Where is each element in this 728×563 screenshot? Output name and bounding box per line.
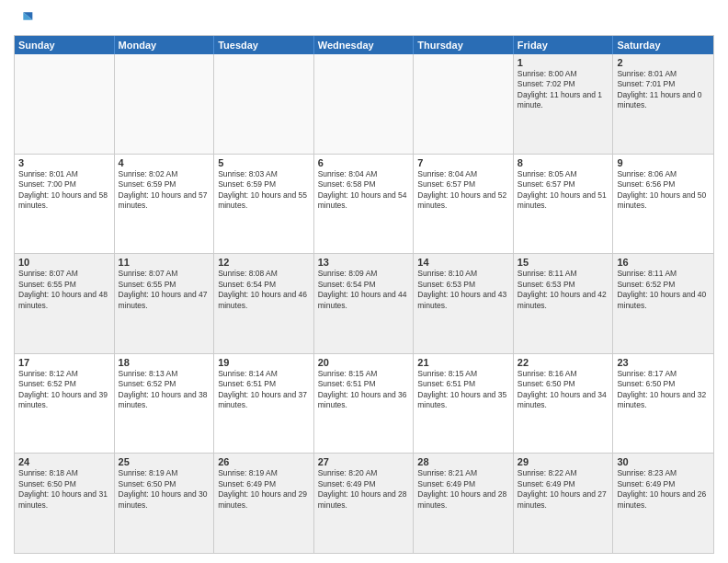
day-number: 20 (318, 357, 410, 368)
calendar-cell (214, 54, 314, 154)
calendar-cell (15, 54, 115, 154)
calendar-cell (414, 54, 514, 154)
calendar-row-4: 24Sunrise: 8:18 AMSunset: 6:50 PMDayligh… (15, 453, 713, 553)
day-number: 10 (18, 257, 110, 268)
calendar-cell: 13Sunrise: 8:09 AMSunset: 6:54 PMDayligh… (314, 254, 415, 353)
calendar-row-1: 3Sunrise: 8:01 AMSunset: 7:00 PMDaylight… (15, 154, 713, 254)
calendar-cell: 21Sunrise: 8:15 AMSunset: 6:51 PMDayligh… (414, 354, 514, 454)
day-info: Sunrise: 8:23 AMSunset: 6:49 PMDaylight:… (617, 468, 710, 511)
day-info: Sunrise: 8:20 AMSunset: 6:49 PMDaylight:… (318, 468, 410, 511)
calendar-cell (115, 54, 215, 154)
calendar-cell: 7Sunrise: 8:04 AMSunset: 6:57 PMDaylight… (414, 155, 514, 254)
day-number: 11 (119, 257, 210, 268)
calendar-cell: 22Sunrise: 8:16 AMSunset: 6:50 PMDayligh… (514, 354, 614, 454)
day-number: 27 (318, 456, 410, 467)
day-number: 5 (218, 157, 310, 168)
calendar-cell: 26Sunrise: 8:19 AMSunset: 6:49 PMDayligh… (214, 454, 314, 553)
day-info: Sunrise: 8:18 AMSunset: 6:50 PMDaylight:… (18, 468, 110, 511)
day-info: Sunrise: 8:03 AMSunset: 6:59 PMDaylight:… (218, 169, 310, 212)
day-number: 17 (18, 357, 110, 368)
day-info: Sunrise: 8:15 AMSunset: 6:51 PMDaylight:… (417, 369, 509, 411)
calendar-cell: 12Sunrise: 8:08 AMSunset: 6:54 PMDayligh… (214, 254, 314, 353)
calendar-cell: 28Sunrise: 8:21 AMSunset: 6:49 PMDayligh… (414, 454, 514, 553)
calendar-cell: 18Sunrise: 8:13 AMSunset: 6:52 PMDayligh… (115, 354, 215, 454)
calendar-cell: 30Sunrise: 8:23 AMSunset: 6:49 PMDayligh… (613, 454, 713, 553)
logo (14, 9, 34, 28)
day-number: 18 (119, 357, 210, 368)
day-number: 3 (18, 157, 110, 168)
day-number: 12 (218, 257, 310, 268)
day-info: Sunrise: 8:17 AMSunset: 6:50 PMDaylight:… (617, 369, 710, 411)
calendar-cell: 8Sunrise: 8:05 AMSunset: 6:57 PMDaylight… (514, 155, 614, 254)
day-info: Sunrise: 8:05 AMSunset: 6:57 PMDaylight:… (518, 169, 609, 212)
calendar-cell: 10Sunrise: 8:07 AMSunset: 6:55 PMDayligh… (15, 254, 115, 353)
calendar-cell: 23Sunrise: 8:17 AMSunset: 6:50 PMDayligh… (613, 354, 713, 454)
day-info: Sunrise: 8:07 AMSunset: 6:55 PMDaylight:… (119, 269, 210, 311)
calendar-cell: 5Sunrise: 8:03 AMSunset: 6:59 PMDaylight… (214, 155, 314, 254)
calendar-cell: 14Sunrise: 8:10 AMSunset: 6:53 PMDayligh… (414, 254, 514, 353)
day-info: Sunrise: 8:15 AMSunset: 6:51 PMDaylight:… (318, 369, 410, 411)
day-info: Sunrise: 8:06 AMSunset: 6:56 PMDaylight:… (617, 169, 710, 212)
day-info: Sunrise: 8:22 AMSunset: 6:49 PMDaylight:… (518, 468, 609, 511)
day-info: Sunrise: 8:19 AMSunset: 6:49 PMDaylight:… (218, 468, 310, 511)
day-number: 21 (417, 357, 509, 368)
calendar-row-2: 10Sunrise: 8:07 AMSunset: 6:55 PMDayligh… (15, 253, 713, 353)
day-number: 9 (617, 157, 710, 168)
day-info: Sunrise: 8:09 AMSunset: 6:54 PMDaylight:… (318, 269, 410, 311)
calendar-cell: 27Sunrise: 8:20 AMSunset: 6:49 PMDayligh… (314, 454, 415, 553)
day-info: Sunrise: 8:21 AMSunset: 6:49 PMDaylight:… (417, 468, 509, 511)
calendar-cell: 1Sunrise: 8:00 AMSunset: 7:02 PMDaylight… (514, 54, 614, 154)
day-info: Sunrise: 8:11 AMSunset: 6:52 PMDaylight:… (617, 269, 710, 311)
day-info: Sunrise: 8:04 AMSunset: 6:58 PMDaylight:… (318, 169, 410, 212)
day-number: 7 (417, 157, 509, 168)
calendar-cell: 4Sunrise: 8:02 AMSunset: 6:59 PMDaylight… (115, 155, 215, 254)
calendar-body: 1Sunrise: 8:00 AMSunset: 7:02 PMDaylight… (15, 54, 713, 553)
calendar-cell: 17Sunrise: 8:12 AMSunset: 6:52 PMDayligh… (15, 354, 115, 454)
day-number: 1 (518, 57, 609, 68)
day-info: Sunrise: 8:16 AMSunset: 6:50 PMDaylight:… (518, 369, 609, 411)
header (14, 9, 714, 28)
day-number: 14 (417, 257, 509, 268)
calendar-cell: 6Sunrise: 8:04 AMSunset: 6:58 PMDaylight… (314, 155, 415, 254)
calendar-cell: 20Sunrise: 8:15 AMSunset: 6:51 PMDayligh… (314, 354, 415, 454)
day-info: Sunrise: 8:14 AMSunset: 6:51 PMDaylight:… (218, 369, 310, 411)
day-info: Sunrise: 8:07 AMSunset: 6:55 PMDaylight:… (18, 269, 110, 311)
day-info: Sunrise: 8:04 AMSunset: 6:57 PMDaylight:… (417, 169, 509, 212)
calendar-cell: 9Sunrise: 8:06 AMSunset: 6:56 PMDaylight… (613, 155, 713, 254)
weekday-header-friday: Friday (514, 36, 614, 54)
day-number: 28 (417, 456, 509, 467)
calendar-cell: 25Sunrise: 8:19 AMSunset: 6:50 PMDayligh… (115, 454, 215, 553)
day-info: Sunrise: 8:13 AMSunset: 6:52 PMDaylight:… (119, 369, 210, 411)
weekday-header-thursday: Thursday (414, 36, 514, 54)
calendar-cell: 11Sunrise: 8:07 AMSunset: 6:55 PMDayligh… (115, 254, 215, 353)
day-info: Sunrise: 8:01 AMSunset: 7:01 PMDaylight:… (617, 69, 710, 111)
day-number: 25 (119, 456, 210, 467)
day-info: Sunrise: 8:10 AMSunset: 6:53 PMDaylight:… (417, 269, 509, 311)
day-number: 30 (617, 456, 710, 467)
weekday-header-sunday: Sunday (15, 36, 115, 54)
logo-icon (16, 9, 34, 28)
day-info: Sunrise: 8:12 AMSunset: 6:52 PMDaylight:… (18, 369, 110, 411)
calendar-cell: 2Sunrise: 8:01 AMSunset: 7:01 PMDaylight… (613, 54, 713, 154)
day-number: 15 (518, 257, 609, 268)
day-number: 26 (218, 456, 310, 467)
calendar-cell: 16Sunrise: 8:11 AMSunset: 6:52 PMDayligh… (613, 254, 713, 353)
calendar: SundayMondayTuesdayWednesdayThursdayFrid… (14, 35, 714, 554)
day-number: 2 (617, 57, 710, 68)
calendar-cell: 24Sunrise: 8:18 AMSunset: 6:50 PMDayligh… (15, 454, 115, 553)
calendar-cell: 29Sunrise: 8:22 AMSunset: 6:49 PMDayligh… (514, 454, 614, 553)
calendar-header: SundayMondayTuesdayWednesdayThursdayFrid… (15, 36, 713, 54)
day-number: 29 (518, 456, 609, 467)
weekday-header-saturday: Saturday (613, 36, 713, 54)
day-number: 8 (518, 157, 609, 168)
weekday-header-tuesday: Tuesday (214, 36, 314, 54)
day-info: Sunrise: 8:02 AMSunset: 6:59 PMDaylight:… (119, 169, 210, 212)
day-number: 24 (18, 456, 110, 467)
day-number: 19 (218, 357, 310, 368)
calendar-row-0: 1Sunrise: 8:00 AMSunset: 7:02 PMDaylight… (15, 54, 713, 154)
day-info: Sunrise: 8:08 AMSunset: 6:54 PMDaylight:… (218, 269, 310, 311)
day-number: 4 (119, 157, 210, 168)
day-number: 16 (617, 257, 710, 268)
calendar-cell: 19Sunrise: 8:14 AMSunset: 6:51 PMDayligh… (214, 354, 314, 454)
calendar-cell (314, 54, 415, 154)
